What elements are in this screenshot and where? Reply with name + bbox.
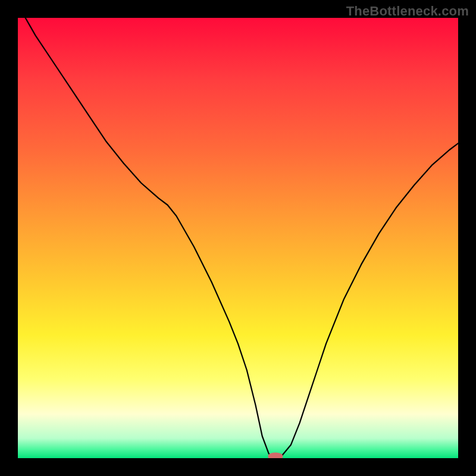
plot-area <box>18 18 458 458</box>
watermark-label: TheBottleneck.com <box>346 4 469 19</box>
chart-frame: TheBottleneck.com <box>0 0 476 476</box>
gradient-background <box>18 18 458 458</box>
chart-svg <box>18 18 458 458</box>
